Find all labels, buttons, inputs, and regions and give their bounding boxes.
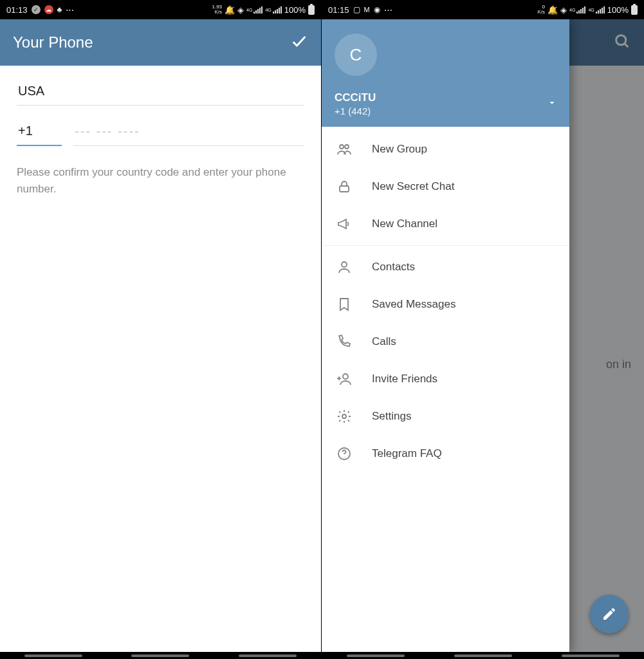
user-name: CCCiTU bbox=[335, 91, 376, 104]
menu-item-settings[interactable]: Settings bbox=[322, 398, 569, 435]
net-label-1: 4G bbox=[246, 8, 252, 12]
menu-label: Saved Messages bbox=[372, 298, 455, 311]
battery-percent: 100% bbox=[607, 5, 629, 15]
bookmark-icon bbox=[336, 296, 353, 313]
status-icon-1: ✓ bbox=[32, 5, 41, 14]
menu-item-new-channel[interactable]: New Channel bbox=[322, 205, 569, 243]
status-icon-mail: M bbox=[364, 6, 370, 14]
lock-icon bbox=[336, 178, 353, 195]
compose-fab[interactable] bbox=[590, 595, 629, 633]
svg-point-9 bbox=[342, 414, 346, 418]
svg-point-3 bbox=[345, 145, 349, 149]
menu-label: New Secret Chat bbox=[372, 180, 455, 193]
country-input[interactable] bbox=[17, 77, 304, 106]
battery-icon bbox=[308, 5, 315, 15]
net-label-2: 4G bbox=[588, 8, 594, 12]
signal-icon-2 bbox=[273, 6, 282, 14]
status-speed: 1.93K/s bbox=[212, 5, 222, 15]
svg-point-2 bbox=[340, 145, 344, 149]
status-icon-gallery: ▢ bbox=[353, 5, 360, 14]
status-icon-3: ♣ bbox=[57, 5, 62, 14]
phone-number-input[interactable] bbox=[73, 120, 304, 146]
help-text: Please confirm your country code and ent… bbox=[17, 164, 304, 197]
svg-point-11 bbox=[344, 456, 344, 457]
menu-item-invite-friends[interactable]: Invite Friends bbox=[322, 360, 569, 398]
status-time: 01:15 bbox=[328, 5, 349, 15]
menu-item-telegram-faq[interactable]: Telegram FAQ bbox=[322, 435, 569, 472]
menu-item-saved-messages[interactable]: Saved Messages bbox=[322, 286, 569, 323]
phone-form: Please confirm your country code and ent… bbox=[0, 66, 321, 209]
status-bar: 01:15 ▢ M ◉ ⋯ 0K/s 🔔 ◈ 4G 4G 100% bbox=[322, 0, 644, 19]
wifi-icon: ◈ bbox=[237, 5, 244, 15]
person-icon bbox=[336, 259, 353, 275]
menu-item-contacts[interactable]: Contacts bbox=[322, 248, 569, 286]
menu-label: Invite Friends bbox=[372, 373, 437, 385]
dial-code-input[interactable] bbox=[17, 120, 62, 146]
menu-label: Telegram FAQ bbox=[372, 447, 442, 460]
svg-point-5 bbox=[342, 262, 347, 267]
drawer-menu: New Group New Secret Chat New Channel bbox=[322, 127, 569, 476]
gear-icon bbox=[336, 408, 353, 425]
screen-phone-entry: 01:13 ✓ ☁ ♣ ⋯ 1.93K/s 🔔 ◈ 4G 4G 100% You… bbox=[0, 0, 322, 659]
add-person-icon bbox=[336, 371, 353, 387]
page-title: Your Phone bbox=[13, 33, 93, 51]
status-icon-2: ☁ bbox=[44, 5, 53, 14]
android-navbar bbox=[322, 652, 644, 659]
drawer-header: C CCCiTU +1 (442) bbox=[322, 19, 569, 127]
menu-item-new-group[interactable]: New Group bbox=[322, 131, 569, 168]
android-navbar bbox=[0, 652, 321, 659]
battery-icon bbox=[631, 5, 638, 15]
mute-icon: 🔔 bbox=[547, 5, 558, 15]
group-icon bbox=[336, 141, 353, 158]
menu-label: New Group bbox=[372, 143, 427, 156]
help-icon bbox=[336, 445, 353, 462]
mute-icon: 🔔 bbox=[225, 5, 235, 15]
avatar-initial: C bbox=[350, 45, 362, 65]
net-label-2: 4G bbox=[265, 8, 271, 12]
phone-icon bbox=[336, 333, 353, 350]
svg-rect-4 bbox=[340, 186, 349, 192]
menu-item-new-secret-chat[interactable]: New Secret Chat bbox=[322, 168, 569, 205]
avatar[interactable]: C bbox=[335, 33, 377, 76]
status-more-icon: ⋯ bbox=[66, 5, 75, 15]
menu-label: New Channel bbox=[372, 218, 437, 230]
status-time: 01:13 bbox=[6, 5, 28, 15]
status-icon-chat: ◉ bbox=[374, 5, 380, 14]
svg-point-6 bbox=[343, 374, 348, 379]
nav-drawer: C CCCiTU +1 (442) New Group bbox=[322, 19, 569, 652]
menu-item-calls[interactable]: Calls bbox=[322, 323, 569, 360]
signal-icon-2 bbox=[596, 6, 605, 14]
account-expand-button[interactable] bbox=[547, 98, 557, 110]
status-bar: 01:13 ✓ ☁ ♣ ⋯ 1.93K/s 🔔 ◈ 4G 4G 100% bbox=[0, 0, 321, 19]
confirm-button[interactable] bbox=[290, 32, 308, 53]
net-label-1: 4G bbox=[569, 8, 575, 12]
wifi-icon: ◈ bbox=[560, 5, 567, 15]
megaphone-icon bbox=[336, 216, 353, 232]
user-phone: +1 (442) bbox=[335, 106, 376, 116]
status-more-icon: ⋯ bbox=[384, 5, 394, 15]
menu-label: Settings bbox=[372, 410, 411, 423]
screen-drawer: 01:15 ▢ M ◉ ⋯ 0K/s 🔔 ◈ 4G 4G 100% bbox=[322, 0, 644, 659]
menu-label: Calls bbox=[372, 335, 396, 348]
menu-label: Contacts bbox=[372, 261, 415, 274]
status-speed: 0K/s bbox=[538, 5, 546, 15]
signal-icon-1 bbox=[576, 6, 585, 14]
menu-separator bbox=[322, 245, 569, 246]
signal-icon-1 bbox=[253, 6, 262, 14]
app-bar: Your Phone bbox=[0, 19, 321, 66]
battery-percent: 100% bbox=[284, 5, 306, 15]
